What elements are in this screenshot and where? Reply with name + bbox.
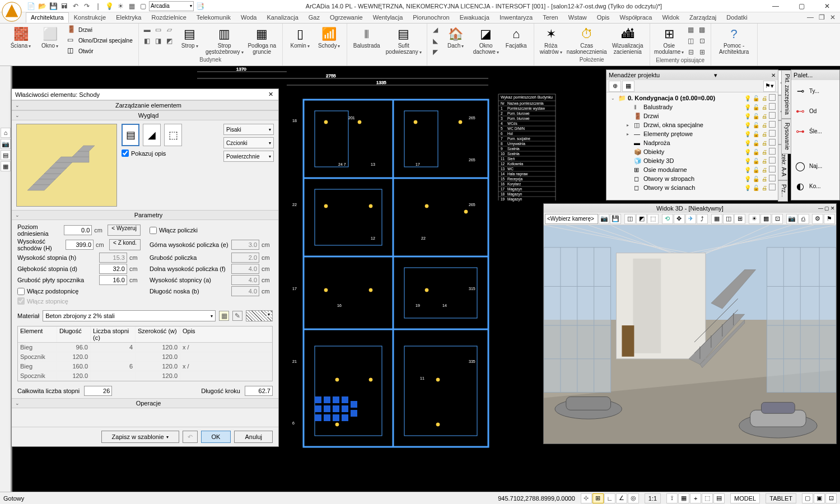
lt-cam-icon[interactable]: 📷 <box>1 139 11 149</box>
table-row[interactable]: Spocznik120.0120.0 <box>18 352 272 362</box>
grid-icon[interactable]: ▦ <box>127 1 137 11</box>
tab-elektryka[interactable]: Elektryka <box>111 12 146 23</box>
czcionki-combo[interactable]: Czcionki <box>223 137 274 148</box>
v3-t3-icon[interactable]: ⊞ <box>734 214 745 224</box>
pm-tree-item[interactable]: ◻Otwory w ścianach💡🔓🖨 <box>609 183 776 192</box>
v3-t1-icon[interactable]: ▦ <box>711 214 722 224</box>
v3-save-icon[interactable]: 💾 <box>610 214 621 224</box>
otwor-button[interactable]: ◫Otwór <box>65 46 135 56</box>
sb-osnap-icon[interactable]: ◎ <box>628 493 639 503</box>
v3-opts-icon[interactable]: ⚙ <box>812 214 823 224</box>
wall-tool-1[interactable]: ▬ <box>142 25 152 35</box>
v3-opts2-icon[interactable]: ⚑ <box>824 214 835 224</box>
v3-close-icon[interactable]: ✕ <box>830 206 835 211</box>
pal-tab-rys[interactable]: Rysowanie <box>781 119 791 154</box>
chevron-icon[interactable]: ⌄ <box>15 400 22 406</box>
sciana-button[interactable]: 🧱Ściana <box>7 25 35 50</box>
lt-grid-icon[interactable]: ▦ <box>1 161 11 171</box>
v3-light-icon[interactable]: ☀ <box>749 214 760 224</box>
v3-t5-icon[interactable]: ⊡ <box>772 214 783 224</box>
v3-render-icon[interactable]: 📷 <box>786 214 797 224</box>
tab-widok[interactable]: Widok <box>657 12 684 23</box>
doc-close-icon[interactable]: ✕ <box>828 12 838 22</box>
btn-wyzeruj[interactable]: < Wyzeruj <box>108 225 141 236</box>
wall-tool-6[interactable]: ◩ <box>165 36 175 46</box>
pm-add-icon[interactable]: ⊕ <box>609 81 621 92</box>
t2[interactable]: ▩ <box>697 25 707 35</box>
t3[interactable]: ◫ <box>686 36 696 46</box>
sb-b5[interactable]: ▤ <box>713 493 725 503</box>
pm-tree-item[interactable]: ◻Otwory w stropach💡🔓🖨 <box>609 174 776 183</box>
redo-icon[interactable]: ↷ <box>82 1 92 11</box>
pal-item[interactable]: ⊷Od <box>794 102 837 119</box>
inp-gleb-st[interactable] <box>99 264 127 274</box>
minimize-button[interactable]: — <box>763 0 788 12</box>
btn-zkond[interactable]: < Z kond. <box>109 239 141 250</box>
v3-shade-icon[interactable]: ◩ <box>636 214 647 224</box>
wizual-button[interactable]: 🏙Wizualizacja zacienienia <box>609 25 646 56</box>
pm-tree-item[interactable]: ⦀Balustrady💡🔓🖨 <box>609 102 776 111</box>
okno-button[interactable]: ⬜Okno <box>36 25 64 50</box>
sb-ortho-icon[interactable]: ∟ <box>604 493 615 503</box>
pm-tree-item[interactable]: 📦Obiekty💡🔓🖨 <box>609 147 776 156</box>
t1[interactable]: ▦ <box>686 25 696 35</box>
v3-wire-icon[interactable]: ⬚ <box>647 214 659 224</box>
powierzchnie-combo[interactable]: Powierzchnie <box>223 151 274 162</box>
app-logo[interactable] <box>1 1 22 22</box>
osie-button[interactable]: ⊞Osie modularne <box>654 25 685 57</box>
komin-button[interactable]: ▯Komin <box>286 25 314 50</box>
t5[interactable]: ⊟ <box>686 47 696 57</box>
pal-item[interactable]: ⊸Ty... <box>794 82 837 99</box>
facjatka-button[interactable]: ⌂Facjatka <box>502 25 530 50</box>
tab-telekom[interactable]: Telekomunik <box>192 12 236 23</box>
sb-model[interactable]: MODEL <box>730 493 760 503</box>
doc-minimize-icon[interactable]: — <box>805 12 815 22</box>
bulb-icon[interactable]: 💡 <box>744 94 752 102</box>
camera-combo[interactable]: <Wybierz kamerę> <box>545 214 598 224</box>
mat-lib-icon[interactable]: ▦ <box>219 311 229 321</box>
save-icon[interactable]: 💾 <box>48 1 58 11</box>
pm-tree-item[interactable]: ▸◫Drzwi, okna specjalne💡🔓🖨 <box>609 120 776 129</box>
wall-tool-5[interactable]: ◨ <box>153 36 164 46</box>
tab-opis[interactable]: Opis <box>592 12 615 23</box>
v3-export-icon[interactable]: ⎙ <box>798 214 809 224</box>
roof-tool-3[interactable]: ◤ <box>431 47 441 57</box>
color-box[interactable] <box>769 94 776 101</box>
tab-zarzadzaj[interactable]: Zarządzaj <box>684 12 721 23</box>
tab-rozdzielnice[interactable]: Rozdzielnice <box>146 12 191 23</box>
v3-cam-icon[interactable]: 📷 <box>599 214 610 224</box>
v3-min-icon[interactable]: — <box>818 206 823 211</box>
tab-wspol[interactable]: Współpraca <box>614 12 657 23</box>
table-row[interactable]: Bieg160.06120.0 x / <box>18 362 272 371</box>
sun-icon[interactable]: ☀ <box>115 1 125 11</box>
table-row[interactable]: Bieg96.04120.0 x / <box>18 343 272 352</box>
tab-architektura[interactable]: Architektura <box>26 12 69 23</box>
inp-wys-sch[interactable] <box>66 240 94 250</box>
drzwi-button[interactable]: 🚪Drzwi <box>65 25 135 35</box>
chevron-icon[interactable]: ⌄ <box>15 212 22 218</box>
sb-b2[interactable]: ▦ <box>678 493 689 503</box>
lt-home-icon[interactable]: ⌂ <box>1 128 11 138</box>
close-button[interactable]: ✕ <box>814 0 840 12</box>
doc-restore-icon[interactable]: ❐ <box>816 12 827 22</box>
roof-tool-1[interactable]: ◢ <box>431 25 441 35</box>
table-row[interactable]: Spocznik120.0120.0 <box>18 371 272 381</box>
tab-went[interactable]: Wentylacja <box>368 12 408 23</box>
tab-dodatki[interactable]: Dodatki <box>721 12 752 23</box>
strop-button[interactable]: ▤Strop <box>176 25 204 50</box>
tab-gaz[interactable]: Gaz <box>304 12 325 23</box>
wall-tool-4[interactable]: ◧ <box>142 36 152 46</box>
inp-poziom[interactable] <box>64 225 92 235</box>
v3-orbit-icon[interactable]: ⟲ <box>662 214 673 224</box>
v3-t4-icon[interactable]: ▩ <box>760 214 772 224</box>
pm-filter-icon[interactable]: ▦ <box>622 81 634 92</box>
props-icon[interactable]: 📑 <box>195 1 205 11</box>
v3-walk-icon[interactable]: ⤴ <box>697 214 708 224</box>
dach-button[interactable]: 🏠Dach <box>442 25 470 50</box>
tab-ogrzew[interactable]: Ogrzewanie <box>325 12 368 23</box>
side-tab-prz[interactable]: Prz... <box>778 180 788 201</box>
pokazuj-opis-checkbox[interactable]: Pokazuj opis <box>122 150 182 157</box>
tab-ewak[interactable]: Ewakuacja <box>455 12 494 23</box>
v3-cube-icon[interactable]: ◫ <box>624 214 636 224</box>
t4[interactable]: ⊡ <box>697 36 707 46</box>
